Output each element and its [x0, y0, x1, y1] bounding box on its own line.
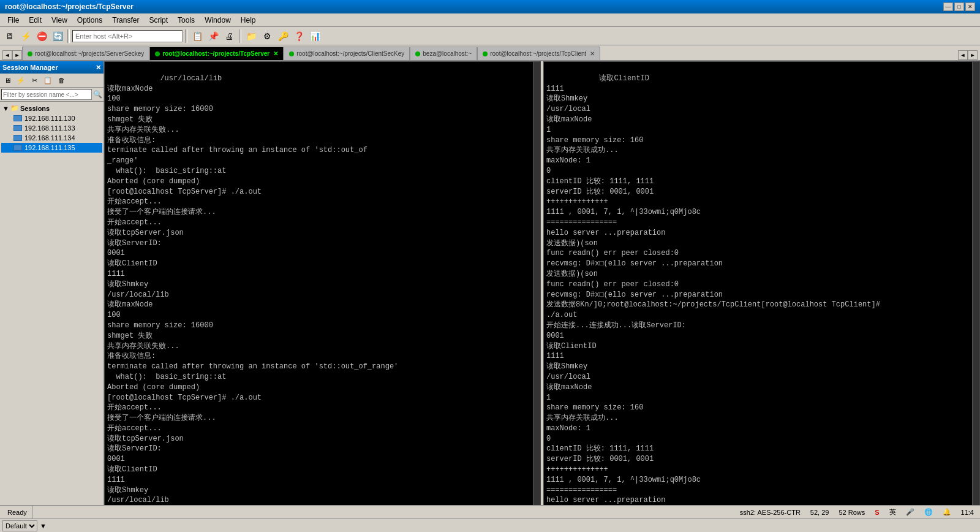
tab-label-1: root@localhost:~/projects/TcpServer: [162, 50, 270, 57]
ssh-info: ssh2: AES-256-CTR: [736, 506, 804, 519]
main-area: Session Manager ✕ 🖥 ⚡ ✂ 📋 🗑 🔍 ▼ 📁 Sessio…: [0, 61, 980, 505]
sidebar-title-bar: Session Manager ✕: [0, 61, 104, 74]
help-btn[interactable]: ❓: [292, 29, 306, 44]
paste-btn[interactable]: 📌: [206, 29, 221, 44]
menu-transfer[interactable]: Transfer: [107, 15, 144, 26]
menu-script[interactable]: Script: [144, 15, 173, 26]
menu-help[interactable]: Help: [236, 15, 261, 26]
search-icon: 🔍: [93, 90, 102, 99]
terminals-area: /usr/local/lib 读取maxNode 100 share memor…: [104, 61, 980, 505]
terminal-right-text: 读取ClientID 1111 读取Shmkey /usr/local 读取ma…: [546, 74, 880, 505]
terminal-left-text: /usr/local/lib 读取maxNode 100 share memor…: [107, 74, 398, 505]
folder-icon: 📁: [10, 104, 19, 112]
terminal-left-inner: /usr/local/lib 读取maxNode 100 share memor…: [105, 62, 540, 505]
copy-btn[interactable]: 📋: [190, 29, 205, 44]
tab-dot-0: [28, 51, 32, 56]
menu-tools[interactable]: Tools: [173, 15, 200, 26]
reconnect-btn[interactable]: 🔄: [50, 29, 65, 44]
sidebar-new-btn[interactable]: 🖥: [1, 75, 13, 86]
tab-nav-left[interactable]: ◄: [2, 50, 12, 60]
close-button[interactable]: ✕: [965, 2, 975, 11]
print-btn[interactable]: 🖨: [222, 29, 236, 44]
tab-label-3: beza@localhost:~: [423, 50, 472, 57]
status-ready-text: Ready: [7, 509, 27, 516]
sidebar-title-text: Session Manager: [2, 64, 58, 71]
terminal-right[interactable]: 读取ClientID 1111 读取Shmkey /usr/local 读取ma…: [543, 61, 980, 505]
toolbar-separator-1: [67, 29, 70, 43]
terminal-right-scrollbar[interactable]: [972, 62, 979, 505]
terminal-left-content[interactable]: /usr/local/lib 读取maxNode 100 share memor…: [105, 62, 533, 505]
sidebar-delete-btn[interactable]: 🗑: [55, 75, 67, 86]
session-icon-1: [13, 125, 22, 131]
disconnect-btn[interactable]: ⛔: [34, 29, 49, 44]
session-icon-0: [13, 115, 22, 121]
session-item-3[interactable]: 192.168.111.135: [1, 143, 102, 153]
mic-icon: 🎤: [902, 506, 918, 519]
host-input[interactable]: [72, 30, 183, 42]
terminal-right-content[interactable]: 读取ClientID 1111 读取Shmkey /usr/local 读取ma…: [544, 62, 972, 505]
sessions-tree-label[interactable]: ▼ 📁 Sessions: [1, 103, 102, 113]
tab-4[interactable]: root@localhost:~/projects/TcpClient ✕: [477, 47, 600, 60]
tab-2[interactable]: root@localhost:~/projects/ClientSecKey: [284, 47, 410, 60]
tab-dot-2: [289, 51, 294, 56]
tab-nav-right[interactable]: ►: [12, 50, 22, 60]
menu-bar: File Edit View Options Transfer Script T…: [0, 13, 980, 27]
status-ready: Ready: [2, 506, 32, 519]
terminal-left[interactable]: /usr/local/lib 读取maxNode 100 share memor…: [104, 61, 541, 505]
tab-dot-1: [155, 51, 160, 56]
tab-dot-3: [415, 51, 420, 56]
clock-icon: 🔔: [939, 506, 955, 519]
menu-window[interactable]: Window: [200, 15, 236, 26]
title-bar: root@localhost:~/projects/TcpServer — □ …: [0, 0, 980, 13]
tab-label-2: root@localhost:~/projects/ClientSecKey: [296, 50, 404, 57]
menu-file[interactable]: File: [2, 15, 24, 26]
tab-3[interactable]: beza@localhost:~: [410, 47, 477, 60]
new-session-btn[interactable]: 🖥: [2, 29, 17, 44]
menu-options[interactable]: Options: [72, 15, 107, 26]
connect-btn[interactable]: ⚡: [18, 29, 33, 44]
session-item-1[interactable]: 192.168.111.133: [1, 123, 102, 133]
bottom-toolbar: Default ▼: [0, 519, 980, 532]
sidebar-close-icon[interactable]: ✕: [96, 64, 101, 72]
tab-label-0: root@localhost:~/projects/ServerSeckey: [35, 50, 144, 57]
filter-input[interactable]: [1, 89, 92, 100]
extra-btn[interactable]: 📊: [307, 29, 322, 44]
window-title: root@localhost:~/projects/TcpServer: [5, 2, 134, 11]
tree-expand-icon: ▼: [2, 105, 9, 112]
lang-text: 英: [886, 506, 900, 519]
terminal-right-inner: 读取ClientID 1111 读取Shmkey /usr/local 读取ma…: [544, 62, 979, 505]
session-tree: ▼ 📁 Sessions 192.168.111.130 192.168.111…: [0, 102, 104, 505]
lang-indicator: S: [871, 506, 883, 519]
tab-bar: ◄ ► root@localhost:~/projects/ServerSeck…: [0, 45, 980, 61]
tab-close-4[interactable]: ✕: [590, 50, 595, 57]
profile-dropdown-icon[interactable]: ▼: [40, 522, 47, 530]
menu-view[interactable]: View: [47, 15, 72, 26]
session-icon-3: [13, 145, 22, 151]
time-display: 11:4: [957, 506, 978, 519]
sidebar-toolbar: 🖥 ⚡ ✂ 📋 🗑: [0, 74, 104, 88]
sidebar-connect-btn[interactable]: ⚡: [15, 75, 27, 86]
minimize-button[interactable]: —: [943, 2, 953, 11]
tab-1[interactable]: root@localhost:~/projects/TcpServer ✕: [149, 47, 284, 60]
tab-close-1[interactable]: ✕: [273, 50, 278, 57]
session-item-0[interactable]: 192.168.111.130: [1, 113, 102, 123]
sftp-btn[interactable]: 📁: [244, 29, 258, 44]
tab-0[interactable]: root@localhost:~/projects/ServerSeckey: [22, 47, 149, 60]
maximize-button[interactable]: □: [954, 2, 964, 11]
menu-edit[interactable]: Edit: [24, 15, 47, 26]
terminals-row: /usr/local/lib 读取maxNode 100 share memor…: [104, 61, 980, 505]
network-icon: 🌐: [921, 506, 937, 519]
tab-nav-right-2[interactable]: ◄: [958, 50, 968, 60]
options-btn[interactable]: ⚙: [260, 29, 274, 44]
filter-bar: 🔍: [0, 88, 104, 102]
tab-dot-4: [483, 51, 488, 56]
key-btn[interactable]: 🔑: [276, 29, 290, 44]
session-manager: Session Manager ✕ 🖥 ⚡ ✂ 📋 🗑 🔍 ▼ 📁 Sessio…: [0, 61, 104, 505]
tab-nav-right-3[interactable]: ►: [968, 50, 978, 60]
session-item-2[interactable]: 192.168.111.134: [1, 133, 102, 143]
profile-select[interactable]: Default: [2, 520, 37, 531]
sidebar-edit-btn[interactable]: ✂: [28, 75, 40, 86]
terminal-left-scrollbar[interactable]: [533, 62, 540, 505]
sidebar-copy-btn[interactable]: 📋: [42, 75, 54, 86]
rows-indicator: 52 Rows: [835, 506, 869, 519]
